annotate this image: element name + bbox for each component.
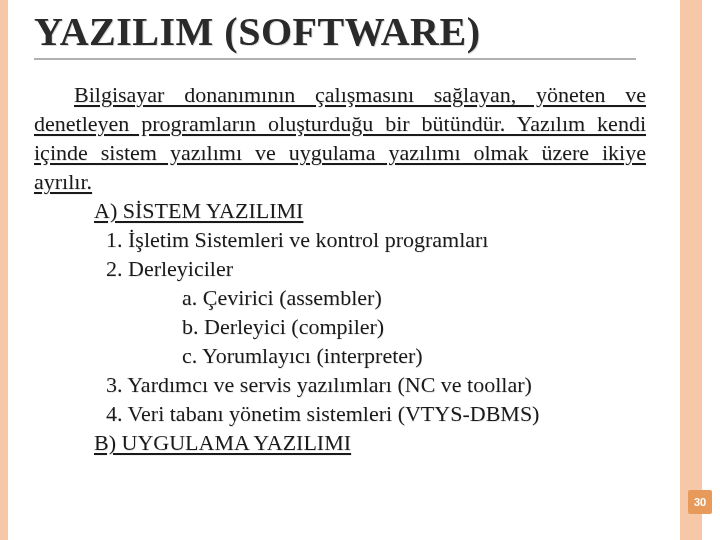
section-b-heading: B) UYGULAMA YAZILIMI <box>94 428 646 457</box>
list-subitem: b. Derleyici (compiler) <box>182 312 646 341</box>
accent-bar-left <box>0 0 8 540</box>
list-item: 2. Derleyiciler <box>106 254 646 283</box>
accent-bar-right <box>680 0 702 540</box>
list-item: 3. Yardımcı ve servis yazılımları (NC ve… <box>106 370 646 399</box>
list-subitem: a. Çevirici (assembler) <box>182 283 646 312</box>
title-underline <box>34 58 636 60</box>
list-item: 1. İşletim Sistemleri ve kontrol program… <box>106 225 646 254</box>
page-number-badge: 30 <box>688 490 712 514</box>
section-a-heading: A) SİSTEM YAZILIMI <box>94 196 646 225</box>
list-item: 4. Veri tabanı yönetim sistemleri (VTYS-… <box>106 399 646 428</box>
slide-content: Bilgisayar donanımının çalışmasını sağla… <box>34 80 646 457</box>
slide-title: YAZILIM (SOFTWARE) <box>34 8 480 55</box>
list-subitem: c. Yorumlayıcı (interpreter) <box>182 341 646 370</box>
intro-paragraph: Bilgisayar donanımının çalışmasını sağla… <box>34 80 646 196</box>
